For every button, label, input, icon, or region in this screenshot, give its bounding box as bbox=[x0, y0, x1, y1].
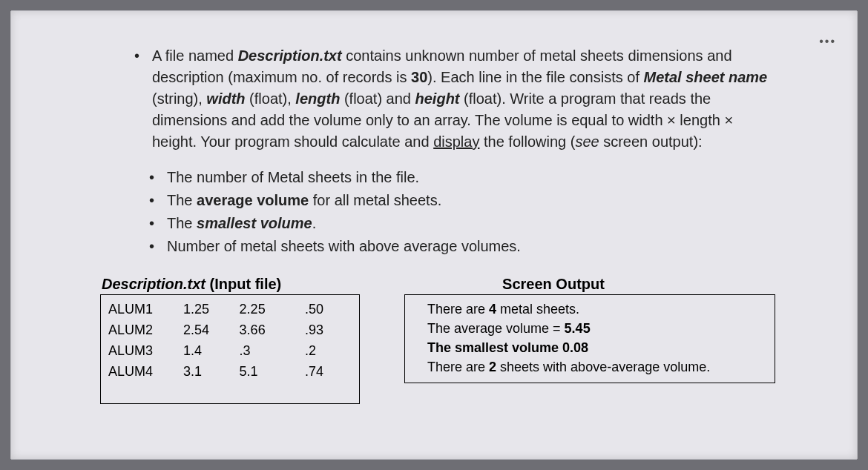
cell-width: 1.25 bbox=[183, 299, 240, 320]
field-length: length bbox=[295, 90, 340, 107]
text: There are bbox=[427, 302, 489, 317]
input-filename: Description.txt bbox=[102, 276, 206, 292]
cell-name: ALUM2 bbox=[108, 320, 183, 341]
text: (string), bbox=[152, 90, 206, 107]
text: the following ( bbox=[479, 133, 575, 150]
above-value: 2 bbox=[489, 360, 496, 374]
filename-text: Description.txt bbox=[238, 47, 342, 64]
text: The average volume = bbox=[427, 321, 565, 336]
field-height: height bbox=[415, 90, 460, 107]
text: There are bbox=[427, 360, 489, 374]
cell-width: 2.54 bbox=[183, 320, 240, 341]
cell-length: 5.1 bbox=[240, 362, 305, 383]
cell-height: .74 bbox=[305, 362, 352, 383]
intro-bullet: A file named Description.txt contains un… bbox=[152, 45, 775, 153]
task-above-average: Number of metal sheets with above averag… bbox=[167, 235, 775, 258]
cell-name: ALUM4 bbox=[108, 362, 183, 383]
count-value: 4 bbox=[489, 302, 496, 317]
avg-value: 5.45 bbox=[565, 321, 591, 336]
more-icon[interactable]: ••• bbox=[819, 35, 836, 48]
output-column: Screen Output There are 4 metal sheets. … bbox=[404, 276, 775, 404]
max-records: 30 bbox=[411, 69, 427, 85]
cell-name: ALUM1 bbox=[108, 299, 183, 320]
output-line-smallest: The smallest volume 0.08 bbox=[427, 338, 752, 357]
cell-width: 1.4 bbox=[183, 341, 240, 362]
text: (float), bbox=[246, 90, 296, 107]
output-box: There are 4 metal sheets. The average vo… bbox=[404, 294, 775, 383]
text: The bbox=[167, 215, 197, 231]
example-row: Description.txt (Input file) ALUM1 1.25 … bbox=[93, 276, 775, 404]
input-column: Description.txt (Input file) ALUM1 1.25 … bbox=[100, 276, 360, 404]
output-line-above: There are 2 sheets with above-average vo… bbox=[427, 357, 752, 377]
text: for all metal sheets. bbox=[309, 192, 441, 208]
table-row: ALUM2 2.54 3.66 .93 bbox=[108, 320, 352, 341]
output-line-average: The average volume = 5.45 bbox=[427, 319, 752, 338]
input-title: Description.txt (Input file) bbox=[100, 276, 360, 293]
text: screen output): bbox=[599, 133, 703, 150]
task-smallest: The smallest volume. bbox=[167, 212, 775, 235]
text-bolditalic: smallest volume bbox=[197, 215, 312, 231]
cell-length: 2.25 bbox=[240, 299, 305, 320]
table-row: ALUM4 3.1 5.1 .74 bbox=[108, 362, 352, 383]
output-title: Screen Output bbox=[404, 276, 775, 293]
text: (float) and bbox=[340, 90, 415, 107]
table-row: ALUM1 1.25 2.25 .50 bbox=[108, 299, 352, 320]
text: sheets with above-average volume. bbox=[496, 360, 710, 374]
field-name: Metal sheet name bbox=[644, 69, 768, 85]
cell-length: 3.66 bbox=[240, 320, 305, 341]
cell-height: .2 bbox=[305, 341, 352, 362]
text: The smallest volume bbox=[427, 340, 562, 355]
task-count: The number of Metal sheets in the file. bbox=[167, 166, 775, 189]
cell-height: .93 bbox=[305, 320, 352, 341]
tasks-list: The number of Metal sheets in the file. … bbox=[93, 166, 775, 258]
cell-length: .3 bbox=[240, 341, 305, 362]
intro-list: A file named Description.txt contains un… bbox=[93, 45, 775, 153]
see-word: see bbox=[575, 133, 599, 150]
cell-height: .50 bbox=[305, 299, 352, 320]
display-word: display bbox=[433, 133, 479, 150]
input-box: ALUM1 1.25 2.25 .50 ALUM2 2.54 3.66 .93 … bbox=[100, 294, 360, 404]
input-suffix: (Input file) bbox=[206, 276, 281, 292]
task-average: The average volume for all metal sheets. bbox=[167, 189, 775, 212]
text: metal sheets. bbox=[496, 302, 579, 317]
text: A file named bbox=[152, 47, 238, 64]
cell-width: 3.1 bbox=[183, 362, 240, 383]
min-value: 0.08 bbox=[562, 340, 588, 355]
input-table: ALUM1 1.25 2.25 .50 ALUM2 2.54 3.66 .93 … bbox=[108, 299, 352, 383]
cell-name: ALUM3 bbox=[108, 341, 183, 362]
output-line-count: There are 4 metal sheets. bbox=[427, 299, 752, 319]
text: The bbox=[167, 192, 197, 208]
text: ). Each line in the file consists of bbox=[427, 69, 643, 85]
field-width: width bbox=[206, 90, 245, 107]
document-page: ••• A file named Description.txt contain… bbox=[10, 10, 858, 460]
table-row: ALUM3 1.4 .3 .2 bbox=[108, 341, 352, 362]
text-bold: average volume bbox=[197, 192, 309, 208]
text: . bbox=[312, 215, 317, 231]
